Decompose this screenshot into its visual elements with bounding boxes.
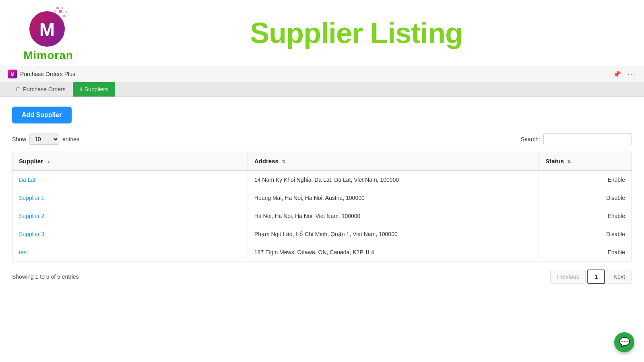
search-area: Search:	[521, 133, 632, 145]
supplier-cell: test	[12, 243, 248, 261]
app-bar-title: Purchase Orders Plus	[20, 71, 75, 77]
table-row: Supplier 2Ha Noi, Ha Noi, Ha Noi, Viet N…	[12, 207, 632, 225]
showing-text: Showing 1 to 5 of 5 entries	[12, 274, 79, 280]
address-cell: Ha Noi, Ha Noi, Ha Noi, Viet Nam, 100000	[248, 207, 539, 225]
search-label: Search:	[521, 136, 540, 142]
suppliers-icon: ℹ	[80, 86, 82, 93]
logo-svg: M	[26, 4, 70, 48]
address-cell: 14 Nam Ky Khoi Nghia, Da Lat, Da Lat, Vi…	[248, 171, 539, 189]
main-content: Add Supplier Show 10 25 50 100 entries S…	[0, 97, 644, 294]
table-row: Da Lat14 Nam Ky Khoi Nghia, Da Lat, Da L…	[12, 171, 632, 189]
show-label: Show	[12, 136, 26, 142]
next-button[interactable]: Next	[607, 270, 632, 284]
address-sort-icon: ⇅	[282, 159, 285, 164]
address-cell: Hoang Mai, Ha Noi, Ha Noi, Austria, 1000…	[248, 189, 539, 207]
svg-point-0	[59, 10, 62, 13]
previous-button[interactable]: Previous	[550, 270, 586, 284]
tab-suppliers-label: Suppliers	[85, 86, 108, 93]
address-cell: Phạm Ngũ Lão, Hồ Chí Minh, Quận 1, Viet …	[248, 225, 539, 243]
status-cell: Disable	[539, 225, 632, 243]
page-1-button[interactable]: 1	[587, 269, 605, 284]
supplier-cell: Supplier 3	[12, 225, 248, 243]
supplier-cell: Supplier 1	[12, 189, 248, 207]
app-bar-left: M Purchase Orders Plus	[8, 70, 75, 78]
app-bar-right: 📌 ···	[613, 70, 636, 78]
pagination-controls: Previous 1 Next	[550, 269, 632, 284]
status-sort-icon: ⇅	[567, 159, 571, 164]
supplier-link[interactable]: test	[19, 249, 28, 255]
table-row: test187 Elgin Mews, Ottawa, ON, Canada, …	[12, 243, 632, 261]
add-supplier-button[interactable]: Add Supplier	[12, 107, 72, 123]
supplier-cell: Da Lat	[12, 171, 248, 189]
table-controls: Show 10 25 50 100 entries Search:	[12, 133, 632, 145]
svg-point-4	[66, 11, 67, 13]
col-header-status[interactable]: Status ⇅	[539, 152, 632, 171]
pagination-area: Showing 1 to 5 of 5 entries Previous 1 N…	[12, 269, 632, 284]
page-title: Supplier Listing	[85, 16, 628, 49]
status-cell: Enable	[539, 171, 632, 189]
purchase-orders-icon: 🗒	[15, 86, 21, 93]
status-cell: Disable	[539, 189, 632, 207]
entries-select[interactable]: 10 25 50 100	[29, 134, 59, 145]
col-header-address[interactable]: Address ⇅	[248, 152, 539, 171]
svg-point-5	[54, 10, 56, 12]
header: M Mimoran Supplier Listing	[0, 0, 644, 66]
app-bar: M Purchase Orders Plus 📌 ···	[0, 66, 644, 82]
nav-tabs: 🗒 Purchase Orders ℹ Suppliers	[0, 82, 644, 97]
svg-point-2	[56, 7, 59, 9]
tab-suppliers[interactable]: ℹ Suppliers	[73, 82, 115, 97]
show-entries-control: Show 10 25 50 100 entries	[12, 134, 79, 145]
page-title-area: Supplier Listing	[85, 16, 628, 49]
supplier-table: Supplier ▲ Address ⇅ Status ⇅ Da Lat14 N…	[12, 152, 632, 261]
more-options-icon[interactable]: ···	[627, 70, 636, 78]
supplier-link[interactable]: Supplier 3	[19, 231, 44, 237]
entries-label: entries	[62, 136, 79, 142]
col-header-supplier[interactable]: Supplier ▲	[12, 152, 248, 171]
svg-point-3	[62, 7, 63, 9]
supplier-link[interactable]: Da Lat	[19, 177, 35, 183]
supplier-link[interactable]: Supplier 1	[19, 195, 44, 201]
svg-text:M: M	[39, 19, 55, 40]
supplier-sort-icon: ▲	[46, 159, 51, 164]
logo-area: M Mimoran	[12, 4, 85, 62]
pin-icon[interactable]: 📌	[613, 70, 621, 78]
supplier-link[interactable]: Supplier 2	[19, 213, 44, 219]
address-cell: 187 Elgin Mews, Ottawa, ON, Canada, K2P …	[248, 243, 539, 261]
app-icon: M	[8, 70, 17, 78]
search-input[interactable]	[543, 133, 632, 145]
supplier-cell: Supplier 2	[12, 207, 248, 225]
table-row: Supplier 3Phạm Ngũ Lão, Hồ Chí Minh, Quậ…	[12, 225, 632, 243]
tab-purchase-orders[interactable]: 🗒 Purchase Orders	[8, 82, 73, 97]
svg-point-1	[63, 15, 66, 17]
brand-name: Mimoran	[23, 49, 73, 62]
status-cell: Enable	[539, 243, 632, 261]
table-row: Supplier 1Hoang Mai, Ha Noi, Ha Noi, Aus…	[12, 189, 632, 207]
tab-purchase-orders-label: Purchase Orders	[23, 86, 66, 93]
status-cell: Enable	[539, 207, 632, 225]
table-header-row: Supplier ▲ Address ⇅ Status ⇅	[12, 152, 632, 171]
